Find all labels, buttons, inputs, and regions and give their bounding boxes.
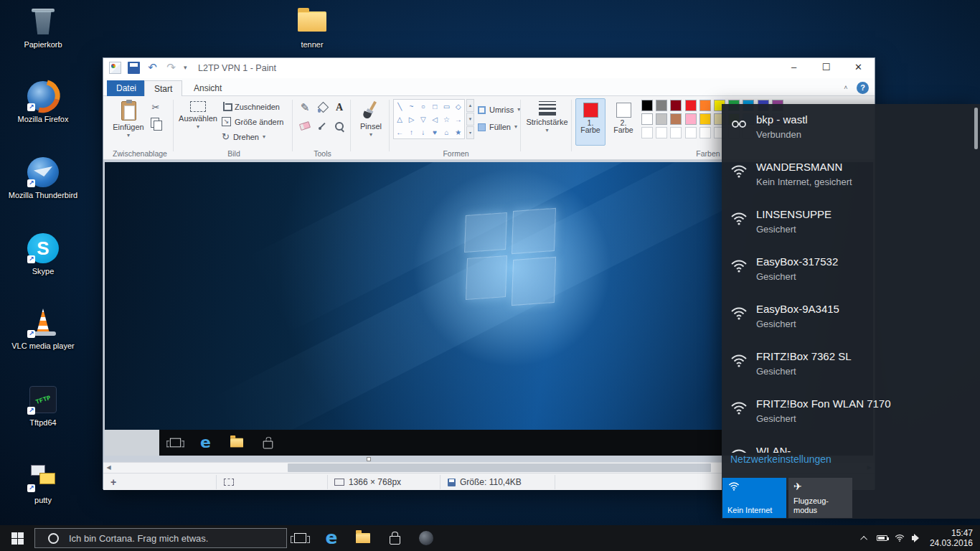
eraser-tool[interactable] <box>298 119 312 133</box>
shapes-scroll-down-icon[interactable]: ▼ <box>466 113 474 126</box>
shapes-scroll-up-icon[interactable]: ▲ <box>466 99 474 112</box>
airplane-mode-tile[interactable]: ✈ Flugzeug-modus <box>788 478 852 518</box>
text-tool[interactable]: A <box>332 100 347 114</box>
palette-swatch[interactable] <box>685 100 697 111</box>
close-button[interactable]: ✕ <box>842 58 875 77</box>
desktop-icon-papierkorb[interactable]: Papierkorb <box>7 6 79 50</box>
palette-swatch[interactable] <box>656 113 667 125</box>
shape-cell[interactable]: → <box>453 113 464 126</box>
volume-tray-icon[interactable] <box>908 525 925 551</box>
desktop-icon-firefox[interactable]: ↗ Mozilla Firefox <box>7 80 79 124</box>
shape-cell[interactable]: ↑ <box>405 126 417 138</box>
color2-button[interactable]: 2. Farbe <box>608 98 639 146</box>
palette-swatch[interactable] <box>670 113 682 125</box>
maximize-button[interactable]: ☐ <box>810 58 842 77</box>
file-explorer-button[interactable] <box>347 525 379 551</box>
shape-cell[interactable]: ☆ <box>440 113 452 126</box>
wifi-tile[interactable]: Kein Internet <box>722 478 786 518</box>
collapse-ribbon-icon[interactable]: ˄ <box>840 83 852 93</box>
shapes-scrollbar[interactable]: ▲ ▼ ▾ <box>466 99 474 139</box>
help-icon[interactable]: ? <box>857 82 869 94</box>
shape-cell[interactable]: ▷ <box>405 113 417 126</box>
network-list-item[interactable]: WANDERSMANN Kein Internet, gesichert <box>722 154 980 201</box>
palette-swatch[interactable] <box>641 100 653 111</box>
resize-button[interactable]: ↘Größe ändern <box>222 117 283 126</box>
qat-dropdown-icon[interactable]: ▾ <box>184 62 196 74</box>
outline-button[interactable]: Umriss▾ <box>478 105 520 114</box>
store-button[interactable] <box>379 525 410 551</box>
crop-button[interactable]: Zuschneiden <box>222 102 280 111</box>
select-button[interactable]: Auswählen ▾ <box>177 98 219 145</box>
edge-button[interactable]: e <box>316 525 347 551</box>
palette-swatch[interactable] <box>641 113 653 125</box>
save-button[interactable] <box>128 62 140 74</box>
desktop-icon-tenner-folder[interactable]: tenner <box>276 6 348 50</box>
palette-swatch-empty[interactable] <box>685 127 697 138</box>
undo-button[interactable]: ↶ <box>146 62 159 74</box>
network-list-item[interactable]: LINSENSUPPE Gesichert <box>722 201 980 248</box>
network-list-item[interactable]: FRITZ!Box Fon WLAN 7170 Gesichert <box>722 390 980 438</box>
color1-button[interactable]: 1. Farbe <box>575 98 606 146</box>
fill-tool[interactable] <box>315 100 329 114</box>
rotate-button[interactable]: ↻Drehen▾ <box>222 132 265 141</box>
shape-cell[interactable]: ◇ <box>453 100 464 113</box>
paste-button[interactable]: Einfügen ▾ <box>111 98 146 145</box>
desktop-icon-tftpd64[interactable]: ↗ Tftpd64 <box>7 384 79 428</box>
shape-cell[interactable]: ★ <box>453 126 464 138</box>
tab-ansicht[interactable]: Ansicht <box>184 80 231 96</box>
network-tray-icon[interactable] <box>891 525 908 551</box>
desktop-icon-vlc[interactable]: ↗ VLC media player <box>7 307 79 351</box>
app-button[interactable] <box>410 525 442 551</box>
canvas-resize-handle[interactable] <box>367 457 371 461</box>
tab-datei[interactable]: Datei <box>107 80 146 96</box>
network-list-item[interactable]: bkp - wastl Verbunden <box>722 106 980 154</box>
battery-tray-icon[interactable] <box>874 525 891 551</box>
color-picker-tool[interactable] <box>315 119 329 133</box>
brush-button[interactable]: Pinsel ▾ <box>354 98 387 148</box>
pencil-tool[interactable]: ✎ <box>298 100 312 114</box>
palette-swatch[interactable] <box>656 100 667 111</box>
start-button[interactable] <box>0 525 34 551</box>
shape-cell[interactable]: ╲ <box>394 100 405 113</box>
scroll-left-icon[interactable]: ◀ <box>103 463 114 473</box>
stroke-width-button[interactable]: Strichstärke ▾ <box>524 98 570 148</box>
shape-cell[interactable]: □ <box>429 100 440 113</box>
shape-cell[interactable]: △ <box>394 113 405 126</box>
shape-cell[interactable]: ← <box>394 126 405 138</box>
shapes-more-icon[interactable]: ▾ <box>466 126 474 139</box>
shape-cell[interactable]: ▭ <box>440 100 452 113</box>
flyout-scrollbar[interactable] <box>974 108 978 149</box>
shape-cell[interactable]: ~ <box>405 100 417 113</box>
taskbar-clock[interactable]: 15:47 24.03.2016 <box>925 528 980 548</box>
network-settings-link[interactable]: Netzwerkeinstellungen <box>730 453 831 465</box>
copy-button[interactable] <box>149 116 163 130</box>
palette-swatch[interactable] <box>670 100 682 111</box>
show-hidden-icons-button[interactable] <box>857 525 874 551</box>
title-bar[interactable]: ↶ ↷ ▾ L2TP VPN 1 - Paint – ☐ ✕ <box>103 58 875 78</box>
tab-start[interactable]: Start <box>144 80 182 97</box>
palette-swatch[interactable] <box>699 100 711 111</box>
palette-swatch-empty[interactable] <box>670 127 682 138</box>
palette-swatch[interactable] <box>685 113 697 125</box>
shape-cell[interactable]: ↓ <box>418 126 429 138</box>
task-view-button[interactable] <box>284 525 316 551</box>
shape-cell[interactable]: ⌂ <box>440 126 452 138</box>
minimize-button[interactable]: – <box>778 58 810 77</box>
desktop-icon-skype[interactable]: ↗ Skype <box>7 232 79 276</box>
palette-swatch[interactable] <box>699 113 711 125</box>
redo-button[interactable]: ↷ <box>165 62 177 74</box>
desktop-icon-putty[interactable]: ↗ putty <box>7 461 79 505</box>
palette-swatch-empty[interactable] <box>699 127 711 138</box>
network-list-item[interactable]: EasyBox-9A3415 Gesichert <box>722 296 980 343</box>
cortana-search-box[interactable]: Ich bin Cortana. Frag mich etwas. <box>34 528 287 548</box>
shape-cell[interactable]: ◁ <box>429 113 440 126</box>
network-list-item[interactable]: FRITZ!Box 7362 SL Gesichert <box>722 343 980 390</box>
scrollbar-thumb[interactable] <box>288 463 711 472</box>
palette-swatch-empty[interactable] <box>656 127 667 138</box>
shape-cell[interactable]: ♥ <box>429 126 440 138</box>
desktop-icon-thunderbird[interactable]: ↗ Mozilla Thunderbird <box>7 156 79 200</box>
magnifier-tool[interactable] <box>332 119 347 133</box>
shape-fill-button[interactable]: Füllen▾ <box>478 123 517 131</box>
palette-swatch-empty[interactable] <box>641 127 653 138</box>
network-list-item[interactable]: EasyBox-317532 Gesichert <box>722 248 980 296</box>
